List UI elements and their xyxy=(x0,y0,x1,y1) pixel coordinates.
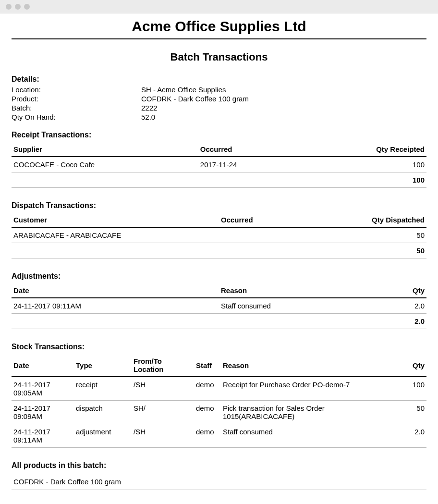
table-total-row: 50 xyxy=(12,243,426,258)
cell-occurred: 2017-11-24 xyxy=(198,157,343,172)
cell-loc: SH/ xyxy=(132,401,194,424)
table-row: ARABICACAFE - ARABICACAFE 50 xyxy=(12,227,426,243)
dispatch-table: Customer Occurred Qty Dispatched ARABICA… xyxy=(12,213,426,258)
stock-table: Date Type From/To Location Staff Reason … xyxy=(12,354,426,448)
window-titlebar xyxy=(0,0,438,13)
dispatch-heading: Dispatch Transactions: xyxy=(12,201,426,210)
details-value: COFDRK - Dark Coffee 100 gram xyxy=(141,95,426,103)
col-reason: Reason xyxy=(221,354,398,377)
report-subtitle: Batch Transactions xyxy=(12,51,426,63)
col-reason: Reason xyxy=(219,283,385,298)
cell-type: dispatch xyxy=(74,401,132,424)
table-row: 24-11-2017 09:05AM receipt /SH demo Rece… xyxy=(12,377,426,401)
cell-total: 2.0 xyxy=(385,314,426,329)
table-row: 24-11-2017 09:09AM dispatch SH/ demo Pic… xyxy=(12,401,426,424)
report-page: Acme Office Supplies Ltd Batch Transacti… xyxy=(0,13,438,504)
adjustments-table: Date Reason Qty 24-11-2017 09:11AM Staff… xyxy=(12,283,426,329)
cell-qty: 50 xyxy=(343,227,426,243)
col-occurred: Occurred xyxy=(198,142,343,157)
window-button-zoom[interactable] xyxy=(24,4,30,10)
cell-type: receipt xyxy=(74,377,132,401)
details-value: 2222 xyxy=(141,104,426,112)
col-qty: Qty Dispatched xyxy=(343,213,426,227)
table-row: 24-11-2017 09:11AM Staff consumed 2.0 xyxy=(12,298,426,314)
table-total-row: 2.0 xyxy=(12,314,426,329)
col-date: Date xyxy=(12,354,74,377)
details-label: Batch: xyxy=(12,104,141,112)
window-button-close[interactable] xyxy=(6,4,12,10)
table-row: 24-11-2017 09:11AM adjustment /SH demo S… xyxy=(12,424,426,448)
cell-date: 24-11-2017 09:11AM xyxy=(12,298,219,314)
cell-staff: demo xyxy=(194,377,221,401)
cell-total: 100 xyxy=(343,172,426,188)
cell-date: 24-11-2017 09:09AM xyxy=(12,401,74,424)
cell-loc: /SH xyxy=(132,377,194,401)
stock-heading: Stock Transactions: xyxy=(12,343,426,351)
details-heading: Details: xyxy=(12,75,426,84)
details-label: Qty On Hand: xyxy=(12,113,141,121)
col-qty: Qty Receipted xyxy=(343,142,426,157)
col-date: Date xyxy=(12,283,219,298)
col-occurred: Occurred xyxy=(219,213,343,227)
cell-customer: ARABICACAFE - ARABICACAFE xyxy=(12,227,219,243)
cell-staff: demo xyxy=(194,424,221,448)
col-qty: Qty xyxy=(398,354,426,377)
col-supplier: Supplier xyxy=(12,142,198,157)
cell-date: 24-11-2017 09:11AM xyxy=(12,424,74,448)
cell-total: 50 xyxy=(343,243,426,258)
cell-reason: Staff consumed xyxy=(221,424,398,448)
details-label: Product: xyxy=(12,95,141,103)
details-value: SH - Acme Office Supplies xyxy=(141,86,426,94)
cell-supplier: COCOCAFE - Coco Cafe xyxy=(12,157,198,172)
details-value: 52.0 xyxy=(141,113,426,121)
cell-qty: 100 xyxy=(398,377,426,401)
col-type: Type xyxy=(74,354,132,377)
allproducts-heading: All products in this batch: xyxy=(12,461,426,470)
cell-loc: /SH xyxy=(132,424,194,448)
title-divider xyxy=(12,38,426,39)
cell-qty: 100 xyxy=(343,157,426,172)
col-qty: Qty xyxy=(385,283,426,298)
cell-staff: demo xyxy=(194,401,221,424)
col-loc: From/To Location xyxy=(132,354,194,377)
col-customer: Customer xyxy=(12,213,219,227)
cell-reason: Staff consumed xyxy=(219,298,385,314)
adjustments-heading: Adjustments: xyxy=(12,272,426,281)
table-row: COCOCAFE - Coco Cafe 2017-11-24 100 xyxy=(12,157,426,172)
details-label: Location: xyxy=(12,86,141,94)
receipt-heading: Receipt Transactions: xyxy=(12,131,426,139)
details-grid: Location: SH - Acme Office Supplies Prod… xyxy=(12,86,426,121)
cell-occurred xyxy=(219,227,343,243)
cell-reason: Pick transaction for Sales Order 1015(AR… xyxy=(221,401,398,424)
cell-qty: 2.0 xyxy=(385,298,426,314)
cell-reason: Receipt for Purchase Order PO-demo-7 xyxy=(221,377,398,401)
cell-type: adjustment xyxy=(74,424,132,448)
receipt-table: Supplier Occurred Qty Receipted COCOCAFE… xyxy=(12,142,426,188)
cell-date: 24-11-2017 09:05AM xyxy=(12,377,74,401)
cell-qty: 50 xyxy=(398,401,426,424)
company-title: Acme Office Supplies Ltd xyxy=(12,18,426,35)
window-button-minimize[interactable] xyxy=(15,4,21,10)
product-row: COFDRK - Dark Coffee 100 gram xyxy=(12,473,426,490)
cell-qty: 2.0 xyxy=(398,424,426,448)
col-staff: Staff xyxy=(194,354,221,377)
table-total-row: 100 xyxy=(12,172,426,188)
